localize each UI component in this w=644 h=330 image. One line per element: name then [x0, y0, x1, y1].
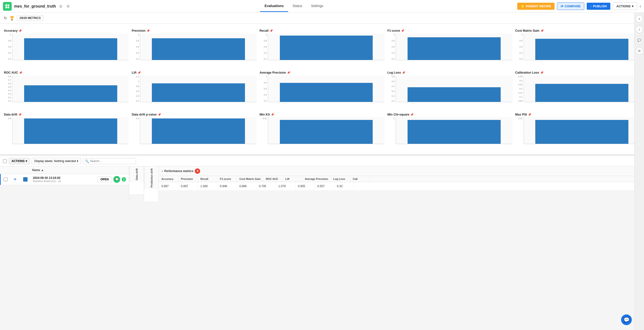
chart-body: [396, 34, 512, 60]
pin-icon: 📌: [18, 29, 22, 32]
metrics-badge[interactable]: 29/29 METRICS: [17, 15, 44, 21]
chart-bar: [408, 37, 501, 60]
metric-title-cost_matrix: Cost Matrix Gain 📌: [515, 29, 640, 32]
add-sidebar-icon[interactable]: +: [636, 15, 643, 22]
chart-min_chi: 1: [387, 117, 512, 149]
refresh-button[interactable]: ↻: [4, 16, 7, 20]
publish-button[interactable]: ↑ PUBLISH: [587, 3, 610, 10]
y-axis: 1: [387, 117, 396, 144]
sync-sidebar-icon[interactable]: ⟳: [636, 47, 643, 54]
tab-evaluations[interactable]: Evaluations: [260, 0, 288, 12]
chart-precision: 10.80.60.40.2: [132, 34, 256, 65]
axis-label: 0.35: [518, 75, 522, 78]
pin-icon: 📌: [410, 113, 414, 116]
settings-icon[interactable]: ⚙: [66, 4, 71, 9]
chevron-right-icon: ›: [162, 170, 163, 173]
data-cell: 0.866: [237, 182, 256, 190]
axis-label: 0.8: [8, 75, 11, 78]
drift-columns: Data drift: [129, 166, 144, 202]
tab-settings[interactable]: Settings: [307, 0, 328, 12]
compare-button[interactable]: ⇄ COMPARE: [557, 2, 584, 10]
data-cell: 1.079: [276, 182, 296, 190]
top-nav: mes_for_ground_truth ⧉ ⚙ Evaluations Sta…: [0, 0, 644, 13]
publish-icon: ↑: [590, 4, 592, 8]
info-sidebar-icon[interactable]: i: [636, 26, 643, 33]
search-icon: 🔍: [85, 160, 89, 163]
compare-icon: ⇄: [561, 4, 563, 8]
chart-body: [396, 117, 512, 144]
col-header-f1-score: F1-score: [218, 176, 237, 182]
pin-icon: 📌: [401, 29, 404, 32]
chart-bar: [408, 87, 501, 102]
table-actions-button[interactable]: ACTIONS ▾: [9, 158, 30, 164]
axis-label: 0.5: [8, 86, 11, 88]
chart-bar: [535, 120, 628, 144]
axis-label: 0.25: [518, 83, 522, 86]
search-input[interactable]: [90, 160, 134, 163]
axis-label: 0.15: [518, 92, 522, 94]
axis-label: 0.8: [520, 40, 522, 42]
left-panel: Name ▲ 👁 2024-09-30 13:24:02 Random fore…: [0, 166, 129, 202]
metric-label: Lift: [132, 71, 136, 74]
metric-title-drift_pvalue: Data drift p-value 📌: [132, 113, 256, 116]
chart-bar: [280, 83, 373, 102]
project-name: mes_for_ground_truth: [14, 4, 56, 8]
svg-rect-0: [5, 4, 7, 6]
col-headers: AccuracyPrecisionRecallF1-scoreCost Matr…: [159, 176, 644, 182]
back-button[interactable]: ‹: [640, 4, 641, 9]
y-axis: 0.4: [132, 117, 140, 144]
chart-lift: 1.210.80.60.40.2: [132, 75, 256, 107]
eye-icon[interactable]: 👁: [14, 178, 23, 181]
chart-bar: [152, 118, 245, 144]
axis-label: 1: [138, 80, 139, 82]
data-cell: 0.3C: [334, 182, 354, 190]
chart-body: [140, 75, 256, 102]
axis-label: 0.8: [8, 40, 11, 42]
axis-label: 1: [266, 34, 267, 36]
axis-label: 0.4: [8, 52, 11, 54]
perf-header: › Performance metrics 5: [159, 166, 644, 176]
main-toolbar: ↻ 🏆 29/29 METRICS: [0, 13, 644, 24]
metric-card-lift: Lift 📌1.210.80.60.40.2: [132, 70, 256, 108]
axis-label: 0.3: [520, 80, 522, 82]
row-checkbox[interactable]: [4, 178, 8, 181]
metric-label: Recall: [260, 29, 268, 32]
data-row: 0.8970.8971.0000.9460.8660.7051.0790.955…: [159, 182, 644, 190]
select-all-checkbox[interactable]: [3, 159, 7, 163]
table-row: 👁 2024-09-30 13:24:02 Random forest (s1)…: [0, 174, 129, 185]
chart-bar: [280, 36, 373, 60]
pin-icon: 📌: [540, 29, 544, 32]
data-cell: 0.955: [296, 182, 315, 190]
chevron-down-icon: ▾: [77, 160, 78, 163]
y-axis: 10.80.60.40.2: [260, 34, 268, 60]
copy-icon[interactable]: ⧉: [58, 4, 63, 9]
metric-title-precision: Precision 📌: [132, 29, 256, 32]
col-header-average-precision: Average Precision: [302, 176, 331, 182]
axis-label: 0.2: [136, 58, 139, 60]
chart-cal_loss: 0.350.30.250.20.150.10.05: [515, 75, 640, 107]
chat-icon: 💬: [115, 178, 119, 181]
data-cell: 0.946: [218, 182, 237, 190]
metric-title-data_drift: Data drift 📌: [4, 113, 129, 116]
axis-label: 1: [10, 34, 11, 36]
axis-label: 0.6: [264, 88, 267, 90]
metric-title-max_psi: Max PSI 📌: [515, 113, 640, 116]
y-axis: 10.80.60.40.2: [132, 34, 140, 60]
pin-icon: 📌: [271, 113, 274, 116]
trophy-button[interactable]: 🏆: [10, 16, 14, 20]
metrics-area: Accuracy 📌10.80.60.40.2Precision 📌10.80.…: [0, 24, 644, 154]
data-drift-col-header: Data drift: [129, 166, 144, 182]
parent-recipe-button[interactable]: ⭐ PARENT RECIPE: [517, 3, 555, 10]
chart-recall: 10.80.60.40.2: [260, 34, 384, 65]
chat-button[interactable]: 💬: [113, 176, 120, 183]
open-button[interactable]: OPEN: [97, 176, 112, 182]
comment-sidebar-icon[interactable]: 💬: [636, 36, 643, 44]
axis-label: 0.1: [8, 100, 11, 102]
axis-label: 0.8: [392, 40, 395, 42]
actions-button[interactable]: ACTIONS ▾: [613, 2, 638, 10]
pin-icon: 📌: [146, 29, 150, 32]
display-labels-button[interactable]: Display labels: Nothing selected ▾: [32, 158, 81, 164]
data-cell: 0.897: [159, 182, 178, 190]
y-axis: 10.80.60.40.2: [4, 34, 12, 60]
tab-status[interactable]: Status: [288, 0, 307, 12]
